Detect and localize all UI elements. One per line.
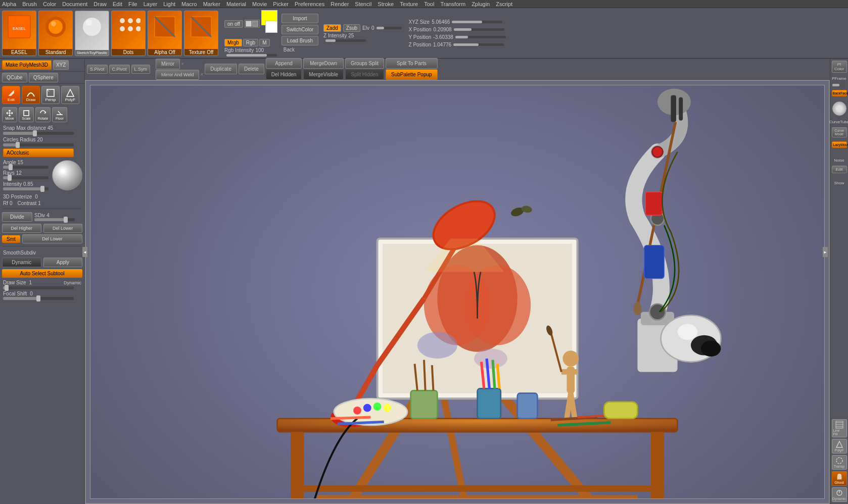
edit-button[interactable]: Edit	[832, 166, 847, 173]
backface-mask-button[interactable]: BackFaceMask	[832, 90, 847, 96]
rotate-btn[interactable]: Rotate	[35, 107, 51, 122]
stroke-icon2[interactable]	[252, 21, 258, 27]
menu-tool[interactable]: Tool	[424, 1, 434, 7]
right-expand-arrow[interactable]: ►	[823, 247, 828, 257]
menu-marker[interactable]: Marker	[203, 1, 220, 7]
brush-slot-easel[interactable]: EASEL EASEL	[2, 11, 36, 56]
menu-zscript[interactable]: Zscript	[496, 1, 512, 7]
import-button[interactable]: Import	[281, 14, 318, 23]
zsub-btn[interactable]: Zsub	[343, 24, 360, 32]
menu-movie[interactable]: Movie	[252, 1, 267, 7]
m-btn[interactable]: M	[259, 39, 269, 46]
mrgb-btn[interactable]: Mrgb	[224, 39, 242, 46]
draw-size-slider[interactable]	[3, 286, 74, 289]
menu-edit[interactable]: Edit	[113, 1, 122, 7]
smt-btn[interactable]: Smt	[2, 235, 20, 243]
switch-color-button[interactable]: SwitchColor	[281, 25, 318, 34]
dynamic2-btn[interactable]: Dynamic	[832, 487, 847, 502]
apply-button[interactable]: Apply	[43, 258, 83, 267]
append-button[interactable]: Append	[266, 58, 302, 69]
background-color-swatch[interactable]	[265, 21, 277, 33]
floor-btn[interactable]: Floor	[52, 107, 67, 122]
split-hidden-button[interactable]: Split Hidden	[345, 69, 384, 80]
split-to-parts-button[interactable]: Split To Parts	[386, 58, 438, 69]
menu-stroke[interactable]: Stroke	[378, 1, 394, 7]
menu-transform[interactable]: Transform	[440, 1, 465, 7]
rgb-btn[interactable]: Rgb	[243, 39, 258, 46]
brush-slot-sketchtoyplastic[interactable]: SketchToyPlastic	[75, 11, 109, 56]
menu-brush[interactable]: Brush	[22, 1, 37, 7]
qsphere-button[interactable]: QSphere	[29, 73, 58, 82]
merge-visible-button[interactable]: MergeVisible	[303, 69, 344, 80]
left-expand-arrow[interactable]: ◄	[82, 247, 87, 257]
menu-material[interactable]: Material	[226, 1, 246, 7]
brush-slot-dots[interactable]: Dots	[111, 11, 146, 56]
menu-zplugin[interactable]: Zplugin	[472, 1, 490, 7]
menu-alpha[interactable]: Alpha	[2, 1, 16, 7]
move-btn[interactable]: Move	[2, 107, 17, 122]
menu-macro[interactable]: Macro	[181, 1, 197, 7]
focal-shift-slider[interactable]	[3, 297, 74, 300]
mirror-weld-close-icon[interactable]: ×	[200, 72, 203, 77]
polyf-tool-btn[interactable]: PolyF	[61, 86, 79, 104]
draw-tool-btn[interactable]: Draw	[22, 86, 40, 104]
menu-light[interactable]: Light	[163, 1, 175, 7]
polyf-btn[interactable]: PolyF	[832, 439, 847, 453]
edit-tool-btn[interactable]: Edit	[2, 86, 20, 104]
del-lower-button[interactable]: Del Lower	[43, 224, 83, 233]
brush-slot-texture-off[interactable]: Texture Off	[184, 11, 218, 56]
mirror-and-weld-button[interactable]: Mirror And Weld	[156, 70, 199, 80]
persp-tool-btn[interactable]: Persp	[41, 86, 60, 104]
intensity-slider[interactable]	[3, 187, 49, 190]
make-polymesh-button[interactable]: Make PolyMesh3D	[2, 60, 52, 70]
menu-file[interactable]: File	[128, 1, 137, 7]
brush-slot-alpha-off[interactable]: Alpha Off	[148, 11, 182, 56]
circles-radius-slider[interactable]	[3, 143, 74, 146]
divide-button[interactable]: Divide	[2, 212, 32, 222]
menu-stencil[interactable]: Stencil	[355, 1, 371, 7]
menu-preferences[interactable]: Preferences	[295, 1, 324, 7]
rays-slider[interactable]	[3, 176, 49, 179]
spivot-button[interactable]: S.Pivot	[87, 65, 108, 74]
sdiv-slider[interactable]	[34, 218, 75, 221]
stroke-icon[interactable]	[246, 21, 252, 27]
zadd-btn[interactable]: Zadd	[323, 24, 341, 32]
del-higher-button[interactable]: Del Higher	[2, 224, 41, 233]
merge-down-button[interactable]: MergeDown	[303, 58, 344, 69]
lazy-mouse-button[interactable]: LazyMouse	[832, 141, 847, 148]
del-lower-btn2[interactable]: Del Lower	[22, 234, 82, 243]
xyz-btn[interactable]: XYZ	[53, 60, 69, 70]
viewport[interactable]	[85, 80, 830, 504]
brush-slot-standard[interactable]: Standard	[38, 11, 73, 56]
curve-mode-button[interactable]: Curve Mode	[832, 127, 847, 137]
dynamic-button[interactable]: Dynamic	[2, 258, 41, 267]
ghost-btn[interactable]: Ghost	[832, 471, 847, 486]
menu-texture[interactable]: Texture	[400, 1, 418, 7]
aocclusic-button[interactable]: AOcclusic	[3, 148, 74, 157]
menu-document[interactable]: Document	[62, 1, 87, 7]
menu-render[interactable]: Render	[331, 1, 349, 7]
del-hidden-button[interactable]: Del Hidden	[266, 69, 302, 80]
mirror-close-icon[interactable]: ×	[181, 61, 184, 67]
menu-color[interactable]: Color	[43, 1, 56, 7]
menu-picker[interactable]: Picker	[273, 1, 289, 7]
duplicate-button[interactable]: Duplicate	[205, 64, 237, 74]
menu-layer[interactable]: Layer	[144, 1, 158, 7]
on-off-toggle[interactable]: on off	[224, 20, 243, 28]
pf-color-button[interactable]: Pf Color	[832, 61, 847, 73]
qcube-button[interactable]: QCube	[2, 73, 27, 82]
transp-btn[interactable]: Transp	[832, 455, 847, 470]
scale-btn[interactable]: Scale	[19, 107, 34, 122]
groups-split-button[interactable]: Groups Split	[345, 58, 384, 69]
subpalette-popup-button[interactable]: SubPalette Popup	[386, 69, 438, 80]
delete-button[interactable]: Delete	[239, 64, 264, 74]
lsym-button[interactable]: L.Sym	[131, 65, 151, 74]
angle-slider[interactable]	[3, 166, 49, 169]
mirror-button[interactable]: Mirror	[156, 59, 180, 69]
snap-max-slider[interactable]	[3, 132, 74, 135]
scene-bg	[90, 85, 824, 498]
auto-select-subtool-btn[interactable]: Auto Select Subtool	[2, 269, 82, 278]
load-brush-button[interactable]: Load Brush	[281, 36, 318, 45]
cpivot-button[interactable]: C.Pivot	[109, 65, 130, 74]
menu-draw[interactable]: Draw	[93, 1, 107, 7]
